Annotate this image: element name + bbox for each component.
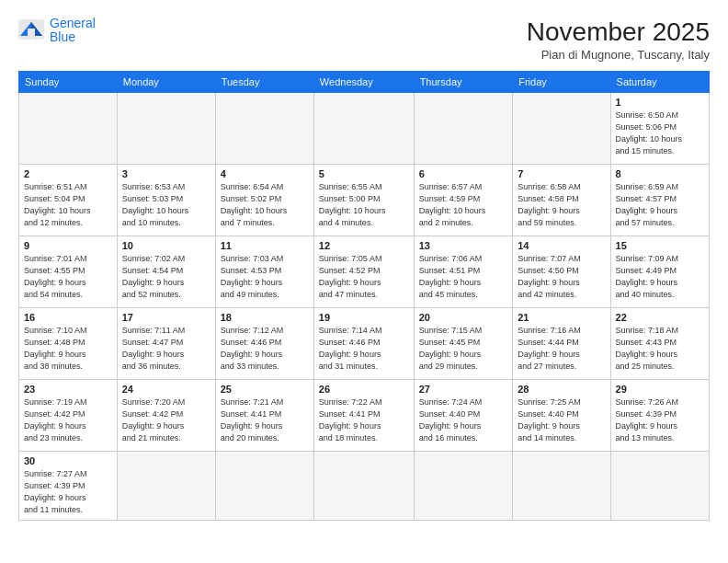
day-info: Sunrise: 7:14 AM Sunset: 4:46 PM Dayligh…	[319, 325, 409, 373]
calendar-cell: 22Sunrise: 7:18 AM Sunset: 4:43 PM Dayli…	[610, 307, 709, 379]
calendar-cell: 4Sunrise: 6:54 AM Sunset: 5:02 PM Daylig…	[215, 164, 313, 236]
calendar-cell	[513, 451, 610, 520]
day-of-week-header: Monday	[117, 71, 215, 92]
calendar-cell: 18Sunrise: 7:12 AM Sunset: 4:46 PM Dayli…	[215, 307, 313, 379]
calendar-week-row: 16Sunrise: 7:10 AM Sunset: 4:48 PM Dayli…	[19, 307, 710, 379]
calendar-cell: 17Sunrise: 7:11 AM Sunset: 4:47 PM Dayli…	[117, 307, 215, 379]
day-number: 20	[419, 312, 508, 323]
calendar-cell: 28Sunrise: 7:25 AM Sunset: 4:40 PM Dayli…	[513, 379, 610, 451]
calendar-week-row: 30Sunrise: 7:27 AM Sunset: 4:39 PM Dayli…	[19, 451, 710, 520]
day-info: Sunrise: 7:01 AM Sunset: 4:55 PM Dayligh…	[24, 253, 112, 301]
day-number: 6	[419, 168, 508, 179]
day-info: Sunrise: 6:50 AM Sunset: 5:06 PM Dayligh…	[616, 109, 704, 157]
day-number: 7	[518, 168, 605, 179]
day-number: 19	[319, 312, 409, 323]
day-number: 13	[419, 240, 508, 251]
calendar-table: SundayMondayTuesdayWednesdayThursdayFrid…	[18, 71, 710, 521]
day-info: Sunrise: 6:54 AM Sunset: 5:02 PM Dayligh…	[221, 181, 309, 229]
day-number: 14	[518, 240, 605, 251]
day-number: 4	[221, 168, 309, 179]
calendar-cell	[117, 451, 215, 520]
day-number: 3	[122, 168, 210, 179]
day-number: 30	[24, 455, 112, 466]
location: Pian di Mugnone, Tuscany, Italy	[527, 48, 710, 62]
day-info: Sunrise: 7:02 AM Sunset: 4:54 PM Dayligh…	[122, 253, 210, 301]
day-info: Sunrise: 7:12 AM Sunset: 4:46 PM Dayligh…	[221, 325, 309, 373]
day-number: 18	[221, 312, 309, 323]
calendar-cell	[414, 92, 513, 164]
day-info: Sunrise: 6:57 AM Sunset: 4:59 PM Dayligh…	[419, 181, 508, 229]
calendar-cell: 26Sunrise: 7:22 AM Sunset: 4:41 PM Dayli…	[313, 379, 414, 451]
calendar-cell	[313, 92, 414, 164]
day-number: 1	[616, 97, 704, 108]
day-info: Sunrise: 7:16 AM Sunset: 4:44 PM Dayligh…	[518, 325, 605, 373]
calendar-cell: 3Sunrise: 6:53 AM Sunset: 5:03 PM Daylig…	[117, 164, 215, 236]
day-number: 22	[616, 312, 704, 323]
day-number: 12	[319, 240, 409, 251]
calendar-cell	[313, 451, 414, 520]
calendar-cell: 19Sunrise: 7:14 AM Sunset: 4:46 PM Dayli…	[313, 307, 414, 379]
day-info: Sunrise: 7:09 AM Sunset: 4:49 PM Dayligh…	[616, 253, 704, 301]
day-number: 15	[616, 240, 704, 251]
day-number: 21	[518, 312, 605, 323]
day-number: 29	[616, 384, 704, 395]
day-number: 11	[221, 240, 309, 251]
day-number: 23	[24, 384, 112, 395]
calendar-cell: 29Sunrise: 7:26 AM Sunset: 4:39 PM Dayli…	[610, 379, 709, 451]
logo-text: GeneralBlue	[50, 17, 96, 45]
day-info: Sunrise: 6:53 AM Sunset: 5:03 PM Dayligh…	[122, 181, 210, 229]
calendar-cell: 15Sunrise: 7:09 AM Sunset: 4:49 PM Dayli…	[610, 236, 709, 307]
calendar-header-row: SundayMondayTuesdayWednesdayThursdayFrid…	[19, 71, 710, 92]
calendar-cell: 11Sunrise: 7:03 AM Sunset: 4:53 PM Dayli…	[215, 236, 313, 307]
day-number: 26	[319, 384, 409, 395]
calendar-cell: 20Sunrise: 7:15 AM Sunset: 4:45 PM Dayli…	[414, 307, 513, 379]
calendar-cell: 9Sunrise: 7:01 AM Sunset: 4:55 PM Daylig…	[19, 236, 118, 307]
calendar-week-row: 9Sunrise: 7:01 AM Sunset: 4:55 PM Daylig…	[19, 236, 710, 307]
day-info: Sunrise: 7:10 AM Sunset: 4:48 PM Dayligh…	[24, 325, 112, 373]
calendar-week-row: 2Sunrise: 6:51 AM Sunset: 5:04 PM Daylig…	[19, 164, 710, 236]
day-of-week-header: Thursday	[414, 71, 513, 92]
day-of-week-header: Sunday	[19, 71, 118, 92]
calendar-cell: 13Sunrise: 7:06 AM Sunset: 4:51 PM Dayli…	[414, 236, 513, 307]
day-number: 28	[518, 384, 605, 395]
day-info: Sunrise: 7:03 AM Sunset: 4:53 PM Dayligh…	[221, 253, 309, 301]
svg-rect-3	[28, 29, 35, 36]
day-of-week-header: Saturday	[610, 71, 709, 92]
day-info: Sunrise: 7:27 AM Sunset: 4:39 PM Dayligh…	[24, 468, 112, 516]
calendar-cell	[117, 92, 215, 164]
calendar-cell: 16Sunrise: 7:10 AM Sunset: 4:48 PM Dayli…	[19, 307, 118, 379]
calendar-cell: 25Sunrise: 7:21 AM Sunset: 4:41 PM Dayli…	[215, 379, 313, 451]
day-info: Sunrise: 7:25 AM Sunset: 4:40 PM Dayligh…	[518, 396, 605, 444]
calendar-cell	[414, 451, 513, 520]
calendar-cell	[215, 451, 313, 520]
calendar-cell	[19, 92, 118, 164]
day-number: 25	[221, 384, 309, 395]
day-info: Sunrise: 6:59 AM Sunset: 4:57 PM Dayligh…	[616, 181, 704, 229]
day-of-week-header: Friday	[513, 71, 610, 92]
calendar-week-row: 1Sunrise: 6:50 AM Sunset: 5:06 PM Daylig…	[19, 92, 710, 164]
day-info: Sunrise: 7:21 AM Sunset: 4:41 PM Dayligh…	[221, 396, 309, 444]
calendar-cell: 30Sunrise: 7:27 AM Sunset: 4:39 PM Dayli…	[19, 451, 118, 520]
day-info: Sunrise: 7:15 AM Sunset: 4:45 PM Dayligh…	[419, 325, 508, 373]
day-of-week-header: Wednesday	[313, 71, 414, 92]
title-block: November 2025 Pian di Mugnone, Tuscany, …	[527, 17, 710, 62]
day-info: Sunrise: 7:22 AM Sunset: 4:41 PM Dayligh…	[319, 396, 409, 444]
day-info: Sunrise: 6:58 AM Sunset: 4:58 PM Dayligh…	[518, 181, 605, 229]
day-info: Sunrise: 7:26 AM Sunset: 4:39 PM Dayligh…	[616, 396, 704, 444]
day-number: 9	[24, 240, 112, 251]
calendar-cell: 23Sunrise: 7:19 AM Sunset: 4:42 PM Dayli…	[19, 379, 118, 451]
day-number: 27	[419, 384, 508, 395]
calendar-week-row: 23Sunrise: 7:19 AM Sunset: 4:42 PM Dayli…	[19, 379, 710, 451]
day-number: 5	[319, 168, 409, 179]
day-number: 16	[24, 312, 112, 323]
calendar-cell: 10Sunrise: 7:02 AM Sunset: 4:54 PM Dayli…	[117, 236, 215, 307]
day-of-week-header: Tuesday	[215, 71, 313, 92]
calendar-cell: 5Sunrise: 6:55 AM Sunset: 5:00 PM Daylig…	[313, 164, 414, 236]
day-info: Sunrise: 7:07 AM Sunset: 4:50 PM Dayligh…	[518, 253, 605, 301]
day-number: 10	[122, 240, 210, 251]
day-info: Sunrise: 7:20 AM Sunset: 4:42 PM Dayligh…	[122, 396, 210, 444]
calendar-cell: 24Sunrise: 7:20 AM Sunset: 4:42 PM Dayli…	[117, 379, 215, 451]
calendar-cell: 8Sunrise: 6:59 AM Sunset: 4:57 PM Daylig…	[610, 164, 709, 236]
calendar-cell: 27Sunrise: 7:24 AM Sunset: 4:40 PM Dayli…	[414, 379, 513, 451]
calendar-cell: 21Sunrise: 7:16 AM Sunset: 4:44 PM Dayli…	[513, 307, 610, 379]
